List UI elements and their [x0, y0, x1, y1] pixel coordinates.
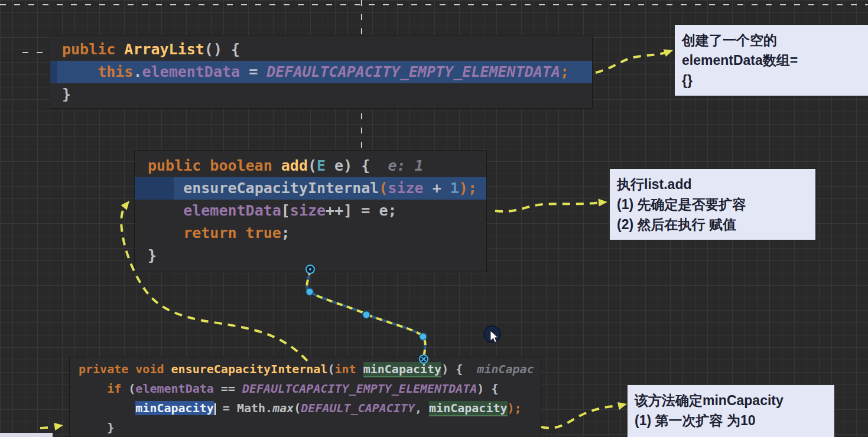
- code-line: public ArrayList() {: [50, 38, 592, 61]
- arrowhead: [121, 201, 129, 210]
- arrow-offscreen-left[interactable]: [40, 423, 63, 431]
- code-line: ensureCapacityInternal(size + 1);: [135, 177, 486, 200]
- code-snippet-ensure-capacity-internal[interactable]: private void ensureCapacityInternal(int …: [70, 357, 541, 437]
- arrow-add-to-note[interactable]: [495, 199, 607, 212]
- connector-point[interactable]: [420, 333, 427, 340]
- code-line: }: [70, 418, 541, 437]
- arrowhead: [664, 50, 673, 57]
- code-line: public boolean add(E e) { e: 1: [135, 155, 486, 177]
- note-text: elementData数组=: [682, 50, 861, 70]
- note-text: (2) 然后在执行 赋值: [617, 214, 808, 234]
- note-text: 创建了一个空的: [682, 30, 861, 50]
- code-snippet-arraylist-constructor[interactable]: public ArrayList() { this.elementData = …: [50, 35, 592, 108]
- code-line: minCapacity = Math.max(DEFAULT_CAPACITY,…: [70, 399, 541, 418]
- code-line: return true;: [135, 222, 486, 244]
- code-line: }: [135, 244, 486, 267]
- arrow-ctor-to-note[interactable]: [596, 50, 673, 73]
- annotation-canvas: public ArrayList() { this.elementData = …: [0, 0, 868, 437]
- guide-line-horizontal-top: [0, 4, 868, 5]
- connector-selected[interactable]: [306, 265, 428, 363]
- note-list-add-steps[interactable]: 执行list.add (1) 先确定是否要扩容 (2) 然后在执行 赋值: [610, 169, 815, 240]
- note-text: (1) 先确定是否要扩容: [617, 194, 808, 214]
- arrowhead: [617, 402, 627, 410]
- code-line: this.elementData = DEFAULTCAPACITY_EMPTY…: [50, 61, 592, 83]
- code-line: if (elementData == DEFAULTCAPACITY_EMPTY…: [70, 379, 541, 399]
- mouse-cursor: [490, 331, 498, 343]
- note-text: (1) 第一次扩容 为10: [635, 410, 827, 431]
- arrowhead: [54, 423, 63, 431]
- drawn-dot[interactable]: [484, 326, 500, 343]
- guide-line-horizontal-left: [22, 52, 50, 53]
- code-snippet-add-method[interactable]: public boolean add(E e) { e: 1 ensureCap…: [135, 151, 486, 272]
- code-line: private void ensureCapacityInternal(int …: [70, 360, 541, 379]
- arrowhead: [599, 199, 608, 207]
- note-min-capacity[interactable]: 该方法确定minCapacity (1) 第一次扩容 为10: [628, 385, 834, 437]
- code-line: }: [50, 83, 592, 106]
- note-empty-elementdata[interactable]: 创建了一个空的 elementData数组= {}: [675, 25, 868, 96]
- partial-note-bottom-left[interactable]: [0, 433, 53, 437]
- note-text: 执行list.add: [617, 174, 808, 194]
- connector-point[interactable]: [306, 288, 313, 295]
- note-text: {}: [682, 70, 861, 90]
- connector-point[interactable]: [363, 311, 370, 318]
- arrow-ensure-to-note[interactable]: [541, 402, 627, 428]
- code-line: elementData[size++] = e;: [135, 200, 486, 222]
- note-text: 该方法确定minCapacity: [635, 390, 827, 410]
